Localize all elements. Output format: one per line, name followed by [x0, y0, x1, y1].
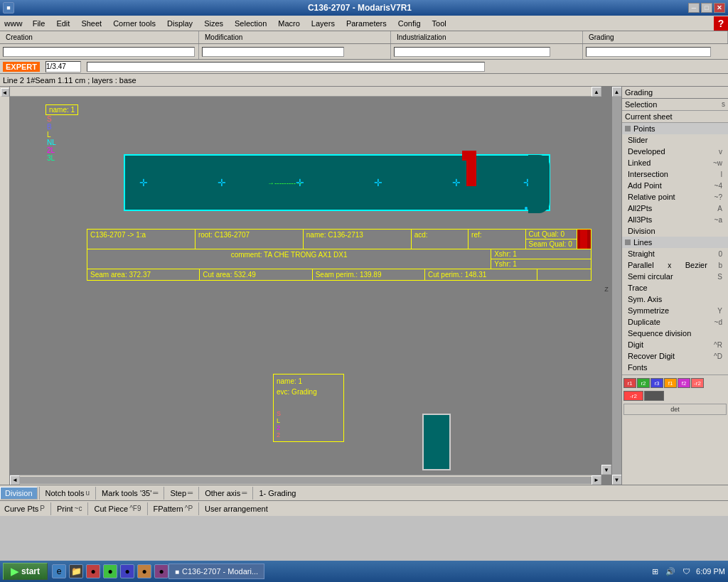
- grading-mode[interactable]: 1- Grading: [255, 488, 300, 498]
- item-fonts[interactable]: Fonts: [622, 362, 728, 373]
- app-icon-3[interactable]: ●: [120, 564, 134, 578]
- vscroll-down[interactable]: ▼: [612, 475, 622, 485]
- version-input[interactable]: [46, 61, 81, 72]
- item-symmetrize[interactable]: Symmetrize Y: [622, 305, 728, 316]
- cut-qual: Cut Qual: 0: [526, 230, 577, 239]
- item-intersection[interactable]: Intersection l: [622, 168, 728, 180]
- item-all2pts[interactable]: All2Pts A: [622, 203, 728, 214]
- small-piece-name: name: 1: [277, 377, 341, 385]
- minimize-button[interactable]: ─: [688, 3, 700, 13]
- maximize-button[interactable]: □: [701, 3, 712, 13]
- division-button[interactable]: Division: [0, 487, 38, 500]
- item-straight[interactable]: Straight 0: [622, 248, 728, 259]
- grade-f1[interactable]: f1: [664, 378, 677, 388]
- app-icon-4[interactable]: ●: [137, 564, 151, 578]
- red-block: [577, 230, 591, 249]
- item-add-point[interactable]: Add Point ~4: [622, 180, 728, 191]
- fpattern[interactable]: FPattern ^P: [149, 504, 198, 514]
- item-digit[interactable]: Digit ^R: [622, 339, 728, 350]
- item-shortcut: ~a: [714, 216, 722, 224]
- item-duplicate[interactable]: Duplicate ~d: [622, 316, 728, 328]
- hscroll-right-btn[interactable]: ►: [592, 475, 601, 485]
- menu-file[interactable]: File: [27, 18, 51, 29]
- item-all3pts[interactable]: All3Pts ~a: [622, 214, 728, 225]
- menu-sheet[interactable]: Sheet: [75, 18, 107, 29]
- item-linked[interactable]: Linked ~w: [622, 157, 728, 168]
- menu-parameters[interactable]: Parameters: [341, 18, 392, 29]
- item-label: Sym. Axis: [628, 295, 662, 303]
- mark-tools[interactable]: Mark tools '35' ═: [97, 488, 162, 498]
- small-piece-box: name: 1 evc: Grading S L 2 2: [273, 374, 344, 442]
- app-icon-1[interactable]: ●: [86, 564, 100, 578]
- help-button[interactable]: ?: [714, 16, 728, 31]
- menu-selection[interactable]: Selection: [229, 18, 272, 29]
- step-tool[interactable]: Step ═: [166, 488, 197, 498]
- menu-config[interactable]: Config: [392, 18, 427, 29]
- item-relative-point[interactable]: Relative point ~?: [622, 191, 728, 203]
- grade-minus-r2[interactable]: -r2: [691, 378, 704, 388]
- layer-s: S: [47, 115, 56, 123]
- item-semi-circular[interactable]: Semi circular S: [622, 271, 728, 282]
- item-sym-axis[interactable]: Sym. Axis: [622, 293, 728, 305]
- app-icon-5[interactable]: ●: [154, 564, 168, 578]
- app-icon-2[interactable]: ●: [103, 564, 117, 578]
- selection-label[interactable]: Selection: [625, 100, 657, 109]
- main-pattern-piece[interactable]: ✛ ✛ ✛ ✛ ✛ ✛ →---------→: [124, 154, 550, 211]
- item-trace[interactable]: Trace: [622, 282, 728, 293]
- bezier-label[interactable]: Bezier: [685, 261, 707, 269]
- curve-pts[interactable]: Curve Pts P: [0, 504, 49, 514]
- item-slider[interactable]: Slider: [622, 134, 728, 146]
- grade-active-1[interactable]: -r2: [623, 391, 643, 401]
- hscroll-bottom: ◄ ►: [10, 475, 601, 485]
- section-industrialization: Industrialization: [391, 31, 583, 43]
- small-layers: S L 2 2: [277, 410, 341, 438]
- item-developed[interactable]: Developed v: [622, 146, 728, 157]
- item-recover-digit[interactable]: Recover Digit ^D: [622, 350, 728, 362]
- menu-display[interactable]: Display: [161, 18, 198, 29]
- vscroll-up[interactable]: ▲: [612, 87, 622, 97]
- hscroll-left-btn[interactable]: ◄: [10, 475, 20, 485]
- item-division[interactable]: Division: [622, 225, 728, 237]
- mark-label: Mark tools '35': [102, 489, 151, 497]
- menu-corner-tools[interactable]: Corner tools: [107, 18, 161, 29]
- item-shortcut: 0: [718, 250, 722, 258]
- menu-sizes[interactable]: Sizes: [198, 18, 229, 29]
- seam-qual: Seam Qual: 0: [526, 239, 577, 249]
- canvas-area[interactable]: ▲ name: 1 S B L NL 2L 3L ✛ ✛ ✛ ✛ ✛ ✛ →--…: [10, 87, 611, 485]
- curve-pts-shortcut: P: [40, 505, 45, 512]
- cut-area: Cut area: 532.49: [200, 269, 312, 280]
- menu-macro[interactable]: Macro: [272, 18, 306, 29]
- grade-r1[interactable]: r1: [623, 378, 636, 388]
- red-marker: [466, 151, 476, 186]
- folder-icon[interactable]: 📁: [69, 564, 83, 578]
- menu-layers[interactable]: Layers: [306, 18, 341, 29]
- user-arrangement[interactable]: User arrangement: [200, 504, 272, 514]
- item-sequence-division[interactable]: Sequence division: [622, 328, 728, 339]
- print-tool[interactable]: Print ~c: [53, 504, 86, 514]
- vscroll: ▲ ▼: [611, 87, 621, 485]
- left-btn-1[interactable]: ◄: [1, 88, 9, 97]
- grade-f2[interactable]: f2: [678, 378, 690, 388]
- other-axis[interactable]: Other axis ═: [200, 488, 251, 498]
- seam-area: Seam area: 372.37: [87, 269, 200, 280]
- vscroll-up-btn[interactable]: ▲: [592, 87, 601, 97]
- menu-edit[interactable]: Edit: [50, 18, 75, 29]
- close-button[interactable]: ✕: [714, 3, 725, 13]
- section-grading: Grading: [583, 31, 728, 43]
- points-label: Points: [633, 124, 655, 133]
- start-button[interactable]: ▶ start: [3, 563, 48, 580]
- grade-r3[interactable]: r3: [651, 378, 663, 388]
- item-parallel-bezier[interactable]: Parallel x Bezier b: [622, 259, 728, 271]
- grade-r2[interactable]: r2: [637, 378, 650, 388]
- pattern-name-box: name: 1: [46, 104, 78, 115]
- active-window-button[interactable]: ■ C136-2707 - Modari...: [168, 564, 264, 579]
- cut-piece[interactable]: Cut Piece ^F9: [90, 504, 145, 514]
- item-shortcut: v: [719, 148, 722, 156]
- grade-inactive[interactable]: [644, 391, 664, 401]
- current-sheet[interactable]: Current sheet: [622, 111, 728, 123]
- menu-tool[interactable]: Tool: [427, 18, 452, 29]
- notch-tools[interactable]: Notch tools u: [41, 488, 95, 498]
- start-icon: ▶: [11, 566, 18, 577]
- ie-icon[interactable]: e: [52, 564, 66, 578]
- parallel-label[interactable]: Parallel: [628, 261, 654, 269]
